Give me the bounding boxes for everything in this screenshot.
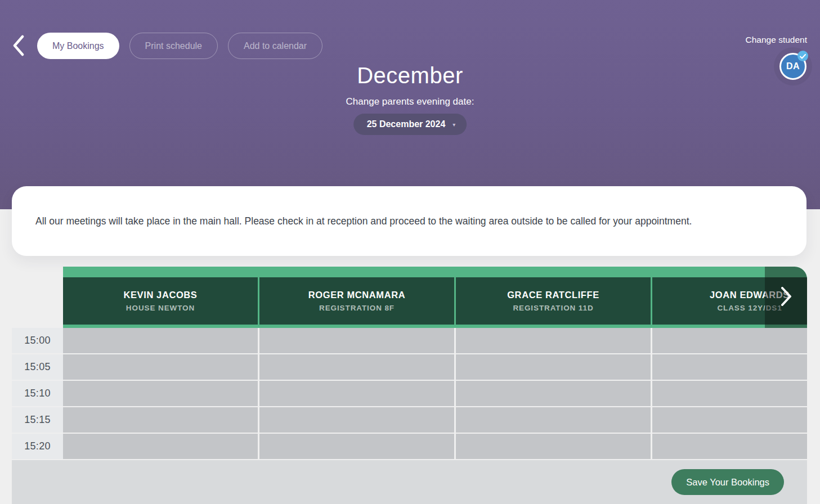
schedule-footer: Save Your Bookings: [12, 460, 807, 504]
time-label: 15:15: [12, 407, 63, 433]
slot-cell[interactable]: [63, 381, 258, 406]
slot-row: [63, 434, 807, 459]
check-icon: [800, 51, 806, 61]
booking-grid: 15:00 15:05 15:10: [12, 328, 807, 459]
time-label: 15:20: [12, 434, 63, 459]
tab-my-bookings[interactable]: My Bookings: [37, 33, 119, 59]
teacher-column-roger-mcnamara[interactable]: ROGER MCNAMARA REGISTRATION 8F: [259, 277, 454, 325]
hero-header: My Bookings Print schedule Add to calend…: [0, 0, 820, 209]
slot-cell[interactable]: [63, 328, 258, 353]
slot-cell[interactable]: [63, 407, 258, 433]
time-label: 15:05: [12, 354, 63, 380]
date-selector[interactable]: 25 December 2024 ▾: [353, 114, 467, 135]
slot-cell[interactable]: [456, 328, 651, 353]
slot-cell[interactable]: [652, 328, 807, 353]
slot-cell[interactable]: [456, 407, 651, 433]
teacher-header-bar: KEVIN JACOBS HOUSE NEWTON ROGER MCNAMARA…: [63, 267, 807, 328]
slot-row: [63, 354, 807, 380]
teacher-group: REGISTRATION 8F: [319, 304, 395, 312]
slot-cell[interactable]: [259, 328, 454, 353]
tab-row: My Bookings Print schedule Add to calend…: [37, 33, 322, 59]
page-title: December: [0, 63, 820, 88]
teacher-columns: KEVIN JACOBS HOUSE NEWTON ROGER MCNAMARA…: [63, 267, 807, 328]
teacher-column-grace-ratcliffe[interactable]: GRACE RATCLIFFE REGISTRATION 11D: [456, 277, 651, 325]
time-row-1505: 15:05: [12, 354, 807, 380]
tab-print-schedule[interactable]: Print schedule: [129, 33, 218, 59]
slot-row: [63, 407, 807, 433]
time-row-1510: 15:10: [12, 381, 807, 406]
avatar-selected-badge: [797, 51, 808, 61]
time-label: 15:10: [12, 381, 63, 406]
change-student-label: Change student: [746, 35, 807, 45]
chevron-down-icon: ▾: [452, 122, 455, 128]
slot-cell[interactable]: [456, 434, 651, 459]
teacher-group: HOUSE NEWTON: [126, 304, 195, 312]
slot-cell[interactable]: [259, 407, 454, 433]
slot-cell[interactable]: [456, 354, 651, 380]
slot-cell[interactable]: [456, 381, 651, 406]
slot-cell[interactable]: [652, 381, 807, 406]
teacher-name: KEVIN JACOBS: [124, 290, 198, 300]
slot-cell[interactable]: [652, 354, 807, 380]
teacher-group: REGISTRATION 11D: [513, 304, 593, 312]
chevron-left-icon: [12, 35, 25, 58]
notice-text: All our meetings will take place in the …: [35, 214, 692, 228]
teacher-name: ROGER MCNAMARA: [308, 290, 405, 300]
time-row-1500: 15:00: [12, 328, 807, 353]
time-row-1520: 15:20: [12, 434, 807, 459]
tab-add-to-calendar[interactable]: Add to calendar: [228, 33, 322, 59]
slot-cell[interactable]: [259, 354, 454, 380]
slot-cell[interactable]: [259, 434, 454, 459]
teacher-column-kevin-jacobs[interactable]: KEVIN JACOBS HOUSE NEWTON: [63, 277, 258, 325]
chevron-right-icon: [781, 287, 792, 308]
slot-cell[interactable]: [652, 407, 807, 433]
date-selector-value: 25 December 2024: [367, 119, 446, 129]
slot-cell[interactable]: [652, 434, 807, 459]
slot-row: [63, 381, 807, 406]
time-row-1515: 15:15: [12, 407, 807, 433]
save-bookings-button[interactable]: Save Your Bookings: [671, 469, 784, 495]
notice-card: All our meetings will take place in the …: [12, 186, 806, 256]
teacher-name: GRACE RATCLIFFE: [507, 290, 599, 300]
time-label: 15:00: [12, 328, 63, 353]
slot-row: [63, 328, 807, 353]
slot-cell[interactable]: [63, 434, 258, 459]
back-button[interactable]: [8, 34, 29, 58]
slot-cell[interactable]: [259, 381, 454, 406]
scroll-teachers-right-button[interactable]: [765, 267, 807, 328]
parents-evening-booking-page: My Bookings Print schedule Add to calend…: [0, 0, 820, 504]
slot-cell[interactable]: [63, 354, 258, 380]
change-date-label: Change parents evening date:: [0, 96, 820, 107]
